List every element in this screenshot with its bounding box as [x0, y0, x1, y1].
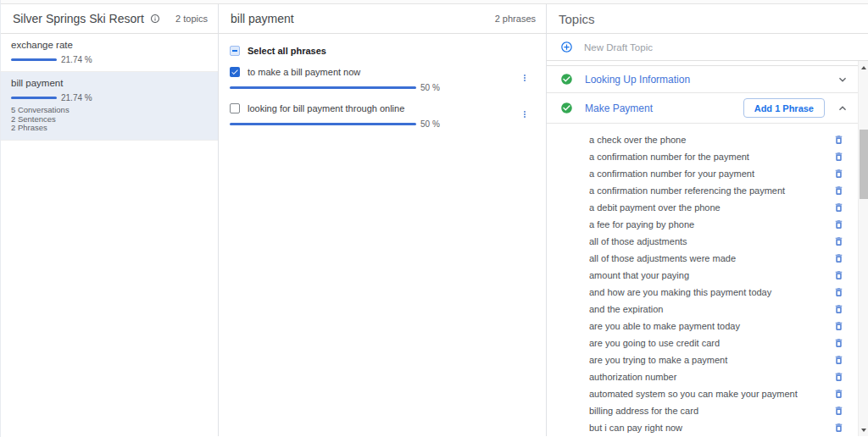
- left-panel-header: Silver Springs Ski Resort 2 topics: [1, 4, 218, 34]
- delete-icon[interactable]: [833, 405, 844, 417]
- score-percent: 21.74 %: [61, 93, 92, 102]
- delete-icon[interactable]: [833, 388, 844, 400]
- phrase-text: are you able to make payment today: [589, 321, 833, 331]
- phrase-text: all of those adjustments were made: [589, 253, 833, 263]
- phrase-checkbox-unchecked[interactable]: [230, 103, 240, 113]
- phrase-checkbox-checked[interactable]: [230, 67, 240, 77]
- stat-conversations: 5 Conversations: [11, 106, 208, 115]
- topic-phrase-row: billing address for the card: [547, 402, 858, 419]
- topics-scroll-area: Looking Up Information Make Payment: [547, 61, 868, 436]
- draft-topics-panel: Topics New Draft Topic Looking Up Inform…: [547, 4, 868, 436]
- phrase-score-percent: 50 %: [420, 83, 440, 92]
- topic-phrase-row: amount that your paying: [547, 267, 858, 284]
- topic-phrase-row: a debit payment over the phone: [547, 199, 858, 216]
- info-icon[interactable]: [150, 14, 160, 24]
- new-draft-topic-row[interactable]: New Draft Topic: [547, 34, 868, 61]
- draft-topic-row-make-payment[interactable]: Make Payment Add 1 Phrase: [547, 93, 858, 124]
- phrase-text: a check over the phone: [589, 135, 833, 145]
- delete-icon[interactable]: [833, 202, 844, 213]
- workspace-title: Silver Springs Ski Resort: [13, 12, 144, 25]
- delete-icon[interactable]: [833, 151, 844, 163]
- phrase-text: are you trying to make a payment: [589, 355, 833, 365]
- topics-count: 2 topics: [175, 14, 208, 24]
- delete-icon[interactable]: [833, 269, 844, 281]
- topic-phrase-row: a check over the phone: [547, 131, 858, 148]
- topic-item-exchange-rate[interactable]: exchange rate 21.74 %: [1, 34, 218, 72]
- delete-icon[interactable]: [833, 337, 844, 349]
- phrase-text: are you going to use credit card: [589, 338, 833, 348]
- phrase-text: billing address for the card: [589, 406, 833, 416]
- select-all-checkbox[interactable]: [230, 46, 240, 56]
- app-screen: Silver Springs Ski Resort 2 topics excha…: [0, 0, 868, 437]
- topic-phrase-row: all of those adjustments: [547, 233, 858, 250]
- delete-icon[interactable]: [833, 218, 844, 230]
- topics-overview-panel: Silver Springs Ski Resort 2 topics excha…: [1, 4, 219, 436]
- topic-phrase-row: authorization number: [547, 368, 858, 385]
- topic-phrase-list: a check over the phone a confirmation nu…: [547, 124, 858, 436]
- draft-topic-name[interactable]: Looking Up Information: [585, 74, 690, 86]
- topic-phrase-row: are you able to make payment today: [547, 318, 858, 335]
- score-percent: 21.74 %: [61, 55, 92, 64]
- phrase-text: but i can pay right now: [589, 423, 833, 433]
- chevron-up-icon[interactable]: [836, 102, 849, 115]
- kebab-menu-icon[interactable]: [520, 69, 529, 86]
- topic-score-bar-row: 21.74 %: [11, 55, 208, 64]
- delete-icon[interactable]: [833, 168, 844, 180]
- topic-score-bar-row: 21.74 %: [11, 93, 208, 102]
- phrase-text: a confirmation number referencing the pa…: [589, 185, 833, 196]
- chevron-down-icon[interactable]: [836, 73, 849, 86]
- topic-phrase-row: automated system so you can make your pa…: [547, 385, 858, 402]
- new-draft-topic-label: New Draft Topic: [584, 42, 653, 53]
- scrollbar-up-arrow[interactable]: [859, 63, 868, 73]
- topics-panel-title: Topics: [559, 12, 595, 26]
- stat-phrases: 2 Phrases: [11, 124, 208, 133]
- phrase-text: and the expiration: [589, 304, 833, 314]
- phrases-panel-header: bill payment 2 phrases: [219, 4, 546, 34]
- select-all-label: Select all phrases: [248, 46, 326, 56]
- topic-phrase-row: a confirmation number for the payment: [547, 148, 858, 165]
- draft-topic-row-looking-up-information[interactable]: Looking Up Information: [547, 65, 858, 93]
- phrases-count: 2 phrases: [495, 14, 536, 24]
- delete-icon[interactable]: [833, 371, 844, 383]
- delete-icon[interactable]: [833, 303, 844, 315]
- topic-phrase-row: are you going to use credit card: [547, 335, 858, 351]
- topic-phrase-row: all of those adjustments were made: [547, 250, 858, 267]
- draft-topic-name[interactable]: Make Payment: [585, 102, 653, 114]
- kebab-menu-icon[interactable]: [520, 106, 529, 123]
- topic-name: bill payment: [11, 78, 208, 88]
- phrase-text: a confirmation number for the payment: [589, 152, 833, 162]
- scrollbar-thumb[interactable]: [860, 130, 868, 199]
- delete-icon[interactable]: [833, 320, 844, 332]
- phrase-row: looking for bill payment through online …: [219, 103, 546, 129]
- phrase-text: and how are you making this payment toda…: [589, 287, 833, 297]
- phrase-score-bar: [230, 123, 416, 125]
- topic-name: exchange rate: [11, 40, 208, 50]
- phrase-text: amount that your paying: [589, 270, 833, 280]
- add-phrase-button[interactable]: Add 1 Phrase: [743, 98, 825, 118]
- scrollbar-down-arrow[interactable]: [859, 424, 868, 434]
- score-bar: [11, 97, 57, 99]
- topic-phrase-row: a fee for paying by phone: [547, 216, 858, 233]
- delete-icon[interactable]: [833, 252, 844, 264]
- topic-stats: 5 Conversations 2 Sentences 2 Phrases: [11, 106, 208, 133]
- phrases-panel: bill payment 2 phrases Select all phrase…: [219, 4, 547, 436]
- delete-icon[interactable]: [833, 354, 844, 366]
- topics-panel-header: Topics: [547, 4, 868, 34]
- topic-phrase-row: a confirmation number for your payment: [547, 165, 858, 182]
- add-circle-icon[interactable]: [560, 41, 573, 53]
- delete-icon[interactable]: [833, 235, 844, 247]
- score-bar: [11, 58, 57, 61]
- delete-icon[interactable]: [833, 422, 844, 434]
- delete-icon[interactable]: [833, 185, 844, 196]
- phrase-text: authorization number: [589, 372, 833, 382]
- phrase-text: looking for bill payment through online: [248, 103, 404, 113]
- topic-phrase-row: and the expiration: [547, 301, 858, 318]
- phrase-text: a confirmation number for your payment: [589, 169, 833, 179]
- delete-icon[interactable]: [833, 286, 844, 298]
- phrase-text: automated system so you can make your pa…: [589, 389, 833, 399]
- topic-item-bill-payment[interactable]: bill payment 21.74 % 5 Conversations 2 S…: [1, 72, 218, 141]
- topic-phrase-row: are you trying to make a payment: [547, 351, 858, 368]
- delete-icon[interactable]: [833, 134, 844, 146]
- vertical-scrollbar[interactable]: [858, 61, 868, 436]
- check-circle-icon: [560, 73, 573, 86]
